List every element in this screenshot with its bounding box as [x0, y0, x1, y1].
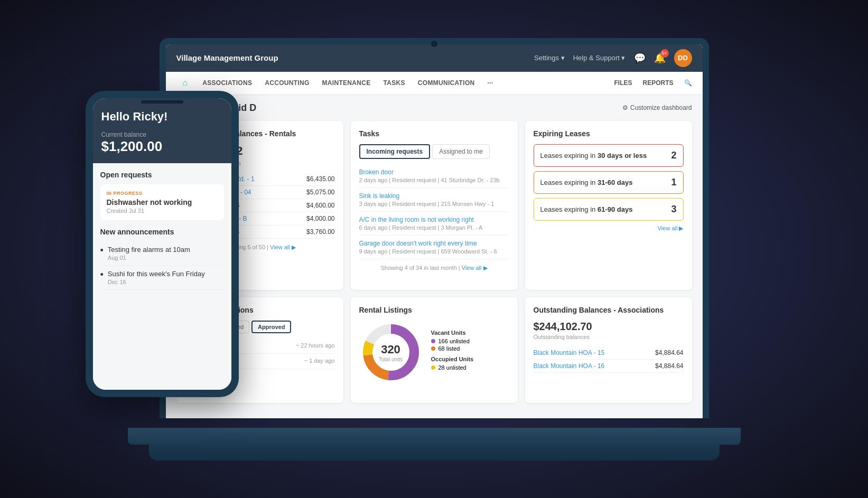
phone-announcements-title: New announcements [100, 228, 224, 236]
task-tab-incoming-requests[interactable]: Incoming requests [359, 144, 431, 159]
notifications-icon[interactable]: 🔔 5+ [654, 52, 666, 64]
balance-row-value: $3,760.00 [306, 228, 334, 236]
balance-row-value: $4,000.00 [306, 215, 334, 222]
announce-text: Sushi for this week's Fun Friday [108, 270, 205, 278]
phone-request-date: Created Jul 31 [107, 208, 218, 214]
donut-center: 320 Total units [379, 343, 403, 362]
app-header: Village Management Group Settings ▾ Help… [166, 44, 703, 72]
customize-dashboard-btn[interactable]: ⚙ Customize dashboard [622, 104, 692, 111]
nav-item-maintenance[interactable]: MAINTENANCE [316, 71, 377, 95]
lease-row-orange[interactable]: Leases expiring in 31-60 days1 [534, 171, 684, 194]
phone-request-card: IN PROGRESS Dishwasher not working Creat… [100, 184, 224, 220]
leases-view-all[interactable]: View all ▶ [658, 225, 684, 231]
donut-total: 320 [379, 343, 403, 356]
rental-tab-approved[interactable]: Approved [251, 321, 291, 333]
assoc-row: Black Mountain HOA - 15$4,884.64 [534, 346, 684, 360]
settings-link[interactable]: Settings ▾ [534, 54, 565, 62]
nav-search-icon[interactable]: 🔍 [684, 79, 692, 87]
task-item: Garage door doesn't work right every tim… [359, 236, 509, 259]
task-item: A/C in the living room is not working ri… [359, 212, 509, 236]
phone-announce-item: •Sushi for this week's Fun FridayDec 16 [100, 266, 224, 290]
outstanding-associations-card: Outstanding Balances - Associations $244… [525, 297, 692, 403]
donut-label: Total units [379, 356, 403, 362]
leases-footer: View all ▶ [534, 225, 684, 232]
assoc-row-value: $4,884.64 [655, 362, 683, 370]
dashboard: Welcome, David D ⚙ Customize dashboard O… [166, 95, 703, 418]
dashboard-grid: Outstanding Balances - Rentals $76,800.6… [176, 121, 692, 403]
assoc-property-link[interactable]: Black Mountain HOA - 16 [534, 362, 605, 370]
tasks-footer: Showing 4 of 34 in last month | View all… [359, 265, 509, 271]
nav-item-accounting[interactable]: ACCOUNTING [258, 71, 315, 95]
task-title[interactable]: A/C in the living room is not working ri… [359, 216, 509, 223]
nav-item-[interactable]: ··· [481, 71, 499, 95]
assoc-property-link[interactable]: Black Mountain HOA - 15 [534, 349, 605, 356]
occupied-legend: Occupied Units 28 unlisted [431, 356, 474, 371]
messages-icon[interactable]: 💬 [634, 52, 646, 64]
legend-dot-listed [431, 346, 435, 351]
task-title[interactable]: Garage door doesn't work right every tim… [359, 240, 509, 247]
task-item: Sink is leaking3 days ago | Resident req… [359, 188, 509, 212]
occupied-title: Occupied Units [431, 356, 474, 362]
rental-listings-card: Rental Listings [351, 297, 518, 403]
balance-row-value: $4,600.00 [306, 202, 334, 209]
listings-inner: 320 Total units Vacant Units 166 unliste [359, 321, 509, 384]
rental-listings-title: Rental Listings [359, 306, 509, 314]
donut-chart: 320 Total units [359, 321, 423, 384]
laptop-screen-outer: Village Management Group Settings ▾ Help… [160, 38, 709, 418]
task-items: Broken door2 days ago | Resident request… [359, 164, 509, 259]
assoc-rows: Black Mountain HOA - 15$4,884.64Black Mo… [534, 346, 684, 373]
lease-row-red[interactable]: Leases expiring in 30 days or less2 [534, 144, 684, 167]
listings-legend: Vacant Units 166 unlisted 68 listed [431, 330, 474, 375]
tasks-tabs: Incoming requestsAssigned to me [359, 144, 509, 159]
task-item: Broken door2 days ago | Resident request… [359, 164, 509, 188]
task-meta: 2 days ago | Resident request | 41 Sturb… [359, 177, 509, 183]
nav-item-communication[interactable]: COMMUNICATION [412, 71, 481, 95]
header-right: Settings ▾ Help & Support ▾ 💬 🔔 5+ DD [534, 49, 692, 67]
phone-balance-label: Current balance [101, 131, 223, 138]
phone-request-title: Dishwasher not working [107, 198, 218, 206]
tasks-view-all[interactable]: View all ▶ [462, 265, 488, 271]
app-nav: ⌂ ASSOCIATIONSACCOUNTINGMAINTENANCETASKS… [166, 72, 703, 95]
announce-bullet: • [100, 270, 104, 279]
assoc-row: Black Mountain HOA - 16$4,884.64 [534, 360, 684, 373]
assoc-subtitle: Outstanding balances [534, 334, 684, 340]
dashboard-header: Welcome, David D ⚙ Customize dashboard [176, 102, 692, 114]
phone-announce-item: •Testing fire alarms at 10amAug 01 [100, 241, 224, 266]
nav-reports[interactable]: REPORTS [642, 79, 673, 87]
task-title[interactable]: Broken door [359, 168, 509, 176]
phone-announce-list: •Testing fire alarms at 10amAug 01•Sushi… [100, 241, 224, 290]
assoc-amount: $244,102.70 [534, 321, 684, 333]
balance-view-all[interactable]: View all ▶ [270, 244, 296, 250]
expiring-leases-title: Expiring Leases [534, 129, 684, 138]
outstanding-associations-title: Outstanding Balances - Associations [534, 306, 684, 314]
expiring-leases-card: Expiring Leases Leases expiring in 30 da… [525, 121, 692, 290]
task-meta: 3 days ago | Resident request | 215 Mons… [359, 201, 509, 207]
legend-item-listed: 68 listed [431, 345, 474, 352]
laptop-base [128, 428, 741, 445]
legend-item-unlisted: 166 unlisted [431, 338, 474, 344]
announce-date: Dec 16 [108, 279, 205, 285]
laptop-screen-inner: Village Management Group Settings ▾ Help… [166, 44, 703, 418]
announce-bullet: • [100, 246, 104, 255]
phone-requests-title: Open requests [100, 171, 224, 179]
phone-body: Open requests IN PROGRESS Dishwasher not… [93, 163, 231, 390]
announce-text: Testing fire alarms at 10am [108, 246, 190, 253]
phone-notch [141, 100, 183, 104]
user-avatar[interactable]: DD [674, 49, 692, 67]
nav-home-icon[interactable]: ⌂ [176, 78, 194, 88]
tasks-card: Tasks Incoming requestsAssigned to me Br… [351, 121, 518, 290]
rental-app-time: ~ 1 day ago [304, 358, 335, 365]
phone-announcements-section: New announcements •Testing fire alarms a… [100, 228, 224, 290]
notification-badge: 5+ [660, 49, 669, 58]
app-title: Village Management Group [176, 53, 278, 62]
nav-files[interactable]: FILES [614, 79, 632, 87]
balance-row-value: $6,435.00 [306, 175, 334, 183]
task-meta: 9 days ago | Resident request | 659 Wood… [359, 248, 509, 255]
rental-app-time: ~ 22 hours ago [296, 342, 335, 350]
task-title[interactable]: Sink is leaking [359, 192, 509, 200]
task-tab-assigned-to-me[interactable]: Assigned to me [432, 144, 490, 159]
assoc-row-value: $4,884.64 [655, 349, 683, 356]
help-link[interactable]: Help & Support ▾ [573, 54, 626, 62]
nav-item-tasks[interactable]: TASKS [377, 71, 412, 95]
lease-row-yellow[interactable]: Leases expiring in 61-90 days3 [534, 198, 684, 221]
